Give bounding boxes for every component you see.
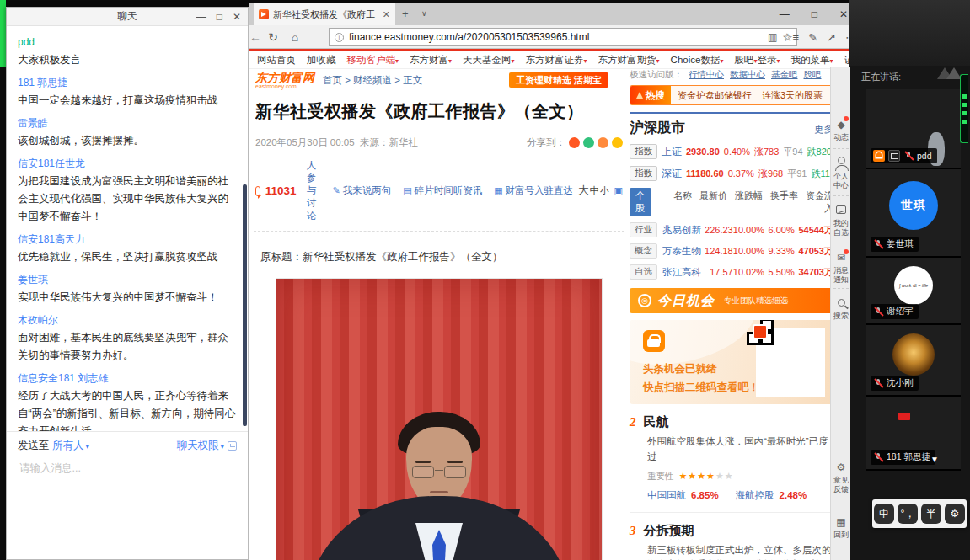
chat-minimize-button[interactable]: —: [196, 8, 206, 26]
tab-close-icon[interactable]: ✕: [383, 9, 390, 20]
ime-button[interactable]: 中: [874, 504, 894, 524]
ime-button[interactable]: ⚙: [945, 504, 965, 524]
fortune-account-link[interactable]: ▦ 财富号入驻直达: [494, 184, 573, 197]
topic-rank: 3: [630, 524, 636, 538]
stock-pct: 10.00%: [733, 225, 764, 235]
stock-name[interactable]: 万泰生物: [662, 245, 701, 258]
index-unchanged: 平91: [787, 168, 807, 180]
site-nav-item[interactable]: 东方财富期货▾: [598, 54, 660, 67]
stock-side-tab[interactable]: 自选: [630, 264, 657, 280]
send-to-dropdown[interactable]: 所有人: [52, 439, 84, 453]
site-nav-item[interactable]: 东方财富▾: [410, 54, 452, 67]
hot-search-item[interactable]: 连涨3天的股票: [762, 89, 823, 102]
toolbar-item-back-to-top[interactable]: ▦ 回到: [831, 514, 851, 540]
article-source: 来源：新华社: [360, 136, 418, 149]
comment-suffix[interactable]: 人参与讨论: [307, 159, 321, 222]
site-nav-item[interactable]: 天天基金网▾: [463, 54, 515, 67]
share-wechat-icon[interactable]: [583, 137, 594, 148]
toolbar-item-profile[interactable]: 个人中心: [831, 155, 851, 189]
today-opportunity-banner[interactable]: ◎ 今日机会 专业团队精选细选: [630, 288, 833, 313]
share-icon[interactable]: ↗: [827, 31, 836, 44]
chat-message-text: 该创城创城，该摆摊摆摊。: [18, 132, 237, 150]
font-size-control[interactable]: 大中小 ▣: [578, 184, 623, 198]
breadcrumb[interactable]: 首页 > 财经频道 > 正文: [323, 74, 422, 87]
toolbar-item-dynamics[interactable]: ◆ 动态: [831, 116, 851, 142]
browser-minimize-button[interactable]: —: [780, 8, 790, 20]
promo-banner[interactable]: 工资理财精选 活期宝: [509, 72, 608, 88]
chat-titlebar[interactable]: 聊天 — □ ✕: [7, 8, 248, 26]
participant-tile: 沈小刚: [866, 325, 961, 397]
index-tab-button[interactable]: 指数: [630, 166, 657, 181]
topic-stock-link[interactable]: 海航控股 2.48%: [736, 489, 807, 502]
quick-link[interactable]: 股吧: [804, 69, 822, 81]
stock-price: 124.18: [701, 246, 732, 256]
url-text[interactable]: finance.eastmoney.com/a/2020053015035399…: [349, 31, 763, 43]
site-nav-item[interactable]: 加收藏: [307, 54, 336, 67]
print-icon[interactable]: ▣: [614, 185, 623, 196]
new-tab-button[interactable]: +: [402, 8, 409, 20]
expand-participants-icon[interactable]: ▼: [930, 455, 939, 464]
refresh-icon[interactable]: ↻: [262, 30, 284, 44]
back-icon[interactable]: ←: [249, 30, 262, 44]
quick-link[interactable]: 基金吧: [771, 69, 798, 81]
site-nav-item[interactable]: 东方财富证券▾: [526, 54, 587, 67]
share-weibo-icon[interactable]: [569, 137, 580, 148]
toolbar-item-watchlist[interactable]: 我的自选: [831, 202, 851, 237]
stock-name[interactable]: 兆易创新: [662, 224, 701, 237]
favorites-hub-icon[interactable]: ☆≡: [783, 31, 799, 44]
site-nav-item[interactable]: 移动客户端▾: [347, 54, 399, 67]
topic-stock-link[interactable]: 中国国航 6.85%: [647, 489, 719, 502]
chat-close-button[interactable]: ✕: [233, 8, 241, 26]
listen-news-link[interactable]: ▤ 碎片时间听资讯: [403, 184, 482, 197]
site-nav-item[interactable]: 股吧▾: [734, 54, 757, 67]
qr-promo-card[interactable]: 头条机会已就绪 快点扫描二维码查看吧！: [630, 320, 833, 404]
mic-muted-icon: [873, 378, 883, 389]
hot-search-box[interactable]: 热搜 资金护盘邮储银行连涨3天的股票连板: [630, 85, 833, 105]
toolbar-item-feedback[interactable]: ⚙ 意见反馈: [831, 459, 851, 493]
reading-view-icon[interactable]: ▥: [768, 31, 777, 43]
index-tab-button[interactable]: 指数: [630, 144, 657, 159]
share-qzone-icon[interactable]: [598, 137, 608, 148]
chat-footer: 发送至 所有人 ▾ 聊天权限 ▾: [7, 431, 248, 559]
chat-message: pdd 大家积极发言: [18, 34, 237, 69]
url-bar[interactable]: i finance.eastmoney.com/a/20200530150353…: [329, 28, 797, 46]
browser-tab[interactable]: 新华社受权播发《政府工 ✕: [254, 3, 395, 25]
tab-list-chevron-icon[interactable]: ∨: [421, 9, 427, 18]
quick-link[interactable]: 数据中心: [730, 69, 765, 81]
eastmoney-logo[interactable]: 东方财富网 eastmoney.com: [255, 72, 314, 89]
index-name[interactable]: 上证: [662, 145, 682, 159]
site-nav-item[interactable]: Choice数据▾: [671, 54, 724, 67]
chat-message-input[interactable]: [18, 461, 237, 475]
meeting-collapsed-tab[interactable]: [960, 74, 968, 143]
quick-link[interactable]: 行情中心: [689, 69, 724, 81]
browser-close-button[interactable]: ✕: [839, 8, 848, 20]
stock-row: 自选 张江高科 17.57 10.02% 5.50% 34703万: [630, 264, 833, 280]
desktop-left-strip: [0, 67, 6, 560]
site-nav-item[interactable]: 登录▾: [757, 54, 780, 67]
ime-button[interactable]: °，: [898, 504, 918, 524]
stock-name[interactable]: 张江高科: [662, 266, 701, 279]
stock-side-tab[interactable]: 行业: [630, 222, 657, 237]
stocks-tab[interactable]: 个股: [630, 188, 651, 216]
toolbar-item-search[interactable]: 搜索: [831, 295, 851, 321]
chat-popout-icon[interactable]: [228, 441, 237, 451]
index-name[interactable]: 深证: [662, 167, 682, 181]
home-icon[interactable]: ⌂: [284, 30, 306, 44]
site-info-icon[interactable]: i: [335, 33, 344, 42]
ime-button[interactable]: 半: [921, 504, 941, 524]
web-notes-pen-icon[interactable]: ✎: [808, 31, 817, 44]
site-nav-item[interactable]: 我的菜单▾: [790, 54, 833, 67]
hot-search-item[interactable]: 资金护盘邮储银行: [678, 89, 752, 102]
comment-count[interactable]: 11031: [265, 184, 297, 197]
site-nav-item[interactable]: 网站首页: [257, 54, 296, 67]
chat-message-text: 中国一定会越来越好，打赢这场疫情狙击战: [18, 92, 237, 109]
browser-maximize-button[interactable]: □: [812, 8, 817, 20]
share-favorite-icon[interactable]: [612, 137, 623, 148]
write-comment-link[interactable]: ✎ 我来说两句: [333, 184, 392, 197]
chat-maximize-button[interactable]: □: [217, 8, 222, 26]
stock-side-tab[interactable]: 概念: [630, 243, 657, 259]
chat-permission-dropdown[interactable]: 聊天权限: [176, 439, 218, 453]
chat-scrollbar-thumb[interactable]: [243, 184, 247, 426]
toolbar-item-messages[interactable]: ✉ 消息通知: [831, 249, 851, 284]
importance-stars: ★★★★: [679, 471, 715, 481]
